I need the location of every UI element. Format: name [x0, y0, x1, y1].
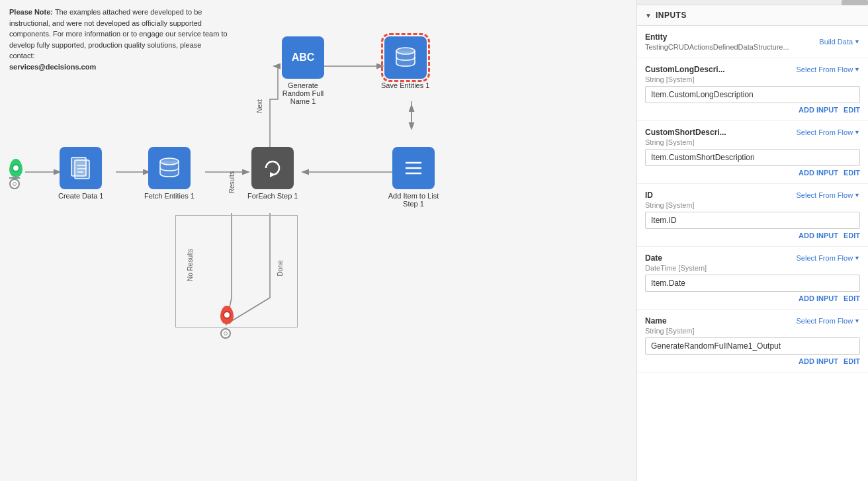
id-add-input[interactable]: ADD INPUT	[799, 232, 838, 240]
date-type: DateTime [System]	[645, 264, 860, 272]
input-group-date: Date Select From Flow ▼ DateTime [System…	[637, 247, 868, 310]
notice-box: Please Note: The examples attached were …	[0, 0, 238, 79]
entity-label: Entity	[645, 32, 819, 42]
name-label: Name	[645, 316, 667, 326]
inputs-section-header: ▼ INPUTS	[637, 5, 868, 26]
svg-marker-13	[270, 172, 275, 177]
name-select-flow[interactable]: Select From Flow ▼	[797, 317, 861, 325]
custom-short-desc-chevron: ▼	[854, 129, 860, 136]
create-data-label: Create Data 1	[58, 192, 103, 200]
entity-build-data[interactable]: Build Data ▼	[819, 38, 860, 46]
node-save-entities[interactable]: Save Entities 1	[381, 36, 429, 89]
scrollbar-thumb[interactable]	[842, 0, 868, 5]
name-edit[interactable]: EDIT	[844, 357, 860, 365]
notice-email: services@decisions.com	[9, 63, 96, 71]
custom-long-desc-input[interactable]	[645, 86, 860, 103]
fetch-entities-label: Fetch Entities 1	[144, 192, 195, 200]
add-item-icon	[392, 147, 435, 189]
add-item-label: Add Item to List Step 1	[387, 192, 440, 208]
custom-short-desc-label: CustomShortDescri...	[645, 128, 726, 137]
id-edit[interactable]: EDIT	[844, 232, 860, 240]
save-entities-label: Save Entities 1	[381, 81, 429, 89]
save-entities-icon	[384, 36, 427, 79]
custom-long-desc-label: CustomLongDescri...	[645, 65, 725, 74]
name-input[interactable]	[645, 337, 860, 355]
node-fetch-entities[interactable]: Fetch Entities 1	[144, 147, 195, 200]
id-type: String [System]	[645, 201, 860, 209]
custom-short-desc-input[interactable]	[645, 149, 860, 166]
name-add-input[interactable]: ADD INPUT	[799, 357, 838, 365]
date-input[interactable]	[645, 275, 860, 292]
custom-short-desc-add-input[interactable]: ADD INPUT	[799, 169, 838, 177]
date-add-input[interactable]: ADD INPUT	[799, 294, 838, 302]
custom-long-desc-type: String [System]	[645, 75, 860, 83]
custom-long-desc-select-flow[interactable]: Select From Flow ▼	[797, 66, 861, 73]
path-label-results: Results	[228, 171, 236, 193]
path-label-next: Next	[256, 99, 263, 113]
create-data-icon	[60, 147, 102, 189]
entity-value: TestingCRUDActionsDefinedDataStructure..…	[645, 43, 819, 51]
foreach-loop-box	[175, 215, 298, 328]
id-label: ID	[645, 191, 653, 200]
id-select-flow[interactable]: Select From Flow ▼	[797, 191, 861, 199]
date-edit[interactable]: EDIT	[844, 294, 860, 302]
fetch-entities-icon	[148, 147, 191, 189]
name-type: String [System]	[645, 327, 860, 335]
input-group-name: Name Select From Flow ▼ String [System] …	[637, 310, 868, 372]
date-label: Date	[645, 253, 662, 263]
custom-short-desc-select-flow[interactable]: Select From Flow ▼	[797, 128, 861, 136]
build-data-chevron: ▼	[854, 38, 860, 45]
node-add-item[interactable]: Add Item to List Step 1	[387, 147, 440, 208]
foreach-label: ForEach Step 1	[247, 192, 298, 200]
custom-long-desc-chevron: ▼	[854, 66, 860, 73]
date-select-flow[interactable]: Select From Flow ▼	[797, 254, 861, 262]
foreach-icon	[251, 147, 294, 189]
inputs-title: INPUTS	[656, 11, 687, 20]
input-group-custom-long-desc: CustomLongDescri... Select From Flow ▼ S…	[637, 58, 868, 121]
custom-short-desc-edit[interactable]: EDIT	[844, 169, 860, 177]
node-foreach[interactable]: ForEach Step 1	[247, 147, 298, 200]
entity-row: Entity TestingCRUDActionsDefinedDataStru…	[637, 26, 868, 58]
generate-random-label: Generate Random Full Name 1	[277, 81, 329, 105]
id-input[interactable]	[645, 212, 860, 229]
custom-long-desc-add-input[interactable]: ADD INPUT	[799, 106, 838, 114]
start-node[interactable]	[9, 159, 22, 189]
input-group-custom-short-desc: CustomShortDescri... Select From Flow ▼ …	[637, 121, 868, 184]
custom-short-desc-type: String [System]	[645, 138, 860, 146]
collapse-icon[interactable]: ▼	[645, 12, 652, 19]
custom-long-desc-edit[interactable]: EDIT	[844, 106, 860, 114]
node-generate-random[interactable]: ABC Generate Random Full Name 1	[277, 36, 329, 105]
right-panel: ▼ INPUTS Entity TestingCRUDActionsDefine…	[636, 0, 868, 481]
scrollbar-track[interactable]	[637, 0, 868, 5]
svg-rect-8	[75, 160, 89, 179]
node-create-data[interactable]: Create Data 1	[58, 147, 103, 200]
date-chevron: ▼	[854, 255, 860, 261]
flow-canvas: Please Note: The examples attached were …	[0, 0, 636, 481]
input-group-id: ID Select From Flow ▼ String [System] AD…	[637, 184, 868, 247]
entity-info: Entity TestingCRUDActionsDefinedDataStru…	[645, 32, 819, 51]
notice-text: Please Note: The examples attached were …	[9, 8, 228, 71]
id-chevron: ▼	[854, 192, 860, 198]
generate-random-icon: ABC	[282, 36, 324, 79]
name-chevron: ▼	[854, 318, 860, 324]
